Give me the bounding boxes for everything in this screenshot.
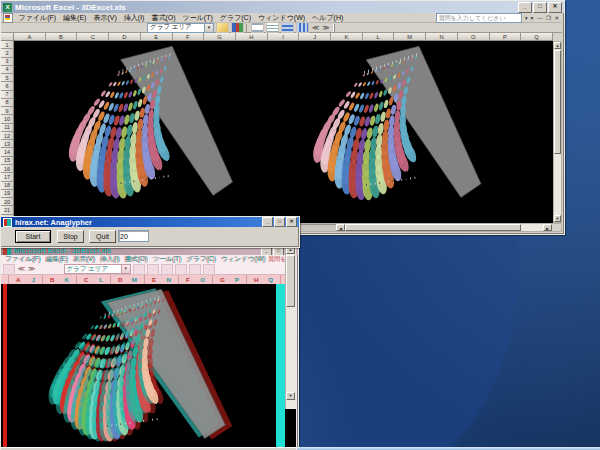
data-table-icon[interactable] xyxy=(266,22,279,33)
scroll-right-icon[interactable]: ▶ xyxy=(543,224,552,231)
chart-type-icon[interactable] xyxy=(231,22,244,33)
toolbar-options-icon[interactable] xyxy=(3,264,15,275)
menu-item[interactable]: ファイル(F) xyxy=(15,13,60,23)
column-header-O[interactable]: O xyxy=(458,33,490,41)
horizontal-scroll-track[interactable] xyxy=(521,224,543,231)
scroll-up-icon[interactable]: ▲ xyxy=(554,42,561,49)
menu-item[interactable]: 挿入(I) xyxy=(98,255,123,264)
column-header-P[interactable]: P xyxy=(490,33,522,41)
chart-type-icon[interactable] xyxy=(147,264,159,275)
row-header-4[interactable]: 4 xyxy=(1,66,14,74)
row-header-7[interactable]: 7 xyxy=(1,91,14,99)
combo-dropdown-icon[interactable]: ▼ xyxy=(121,265,130,273)
row-header-11[interactable]: 11 xyxy=(1,124,14,132)
column-header-L[interactable]: L xyxy=(363,33,395,41)
angle-down-text-icon[interactable]: ≪ xyxy=(312,24,319,32)
maximize-button[interactable]: □ xyxy=(274,217,285,227)
column-header-H[interactable]: H xyxy=(236,33,268,41)
excel-main-titlebar[interactable]: X Microsoft Excel - 3DExcel.xls _ □ ✕ xyxy=(1,1,564,13)
start-button[interactable]: Start xyxy=(15,230,51,243)
row-header-6[interactable]: 6 xyxy=(1,82,14,90)
angle-up-text-icon[interactable]: ≫ xyxy=(322,24,329,32)
combo-dropdown-icon[interactable]: ▼ xyxy=(204,24,213,32)
scroll-down-icon[interactable]: ▼ xyxy=(286,392,295,400)
column-header-B[interactable]: B xyxy=(46,33,78,41)
scroll-down-icon[interactable]: ▼ xyxy=(554,215,561,222)
by-row-icon[interactable] xyxy=(281,22,294,33)
row-header-2[interactable]: 2 xyxy=(1,49,14,57)
question-box[interactable]: 質問を入力してください xyxy=(436,13,522,23)
scroll-left-icon[interactable]: ◀ xyxy=(336,224,345,231)
column-header-C[interactable]: C xyxy=(77,33,109,41)
menu-item[interactable]: ウィンドウ(W) xyxy=(219,255,269,264)
column-header-F[interactable]: F xyxy=(173,33,205,41)
chart-objects-combo[interactable]: グラフ エリア ▼ xyxy=(64,264,131,274)
chart-objects-combo[interactable]: グラフ エリア ▼ xyxy=(147,23,214,33)
row-header-16[interactable]: 16 xyxy=(1,165,14,173)
column-header-Q[interactable]: Q xyxy=(521,33,553,41)
by-column-icon[interactable] xyxy=(296,22,309,33)
anaglypher-titlebar[interactable]: hirax.net: Anaglypher _ □ ✕ xyxy=(1,217,299,227)
sheet-grid[interactable] xyxy=(14,41,553,223)
minimize-button[interactable]: _ xyxy=(518,2,532,13)
row-header-15[interactable]: 15 xyxy=(1,157,14,165)
row-header-1[interactable]: 1 xyxy=(1,41,14,49)
row-header-9[interactable]: 9 xyxy=(1,107,14,115)
row-header-17[interactable]: 17 xyxy=(1,173,14,181)
question-dropdown-icon[interactable]: ▼ xyxy=(524,15,529,21)
angle-up-text-icon[interactable]: ≫ xyxy=(28,265,35,273)
select-all-corner[interactable] xyxy=(1,275,9,284)
menu-item[interactable]: 書式(O) xyxy=(148,13,179,23)
horizontal-scroll-thumb[interactable] xyxy=(345,224,521,231)
row-header-19[interactable]: 19 xyxy=(1,190,14,198)
column-header-pair[interactable]: CL xyxy=(77,275,111,284)
row-header-14[interactable]: 14 xyxy=(1,148,14,156)
row-header-10[interactable]: 10 xyxy=(1,115,14,123)
close-button[interactable]: ✕ xyxy=(548,2,562,13)
menu-item[interactable]: 挿入(I) xyxy=(120,13,148,23)
menu-item[interactable]: ヘルプ(H) xyxy=(309,13,347,23)
legend-icon[interactable] xyxy=(161,264,173,275)
workbook-window-buttons[interactable]: ▾ — ❐ ✕ xyxy=(531,15,560,21)
column-header-pair[interactable]: GP xyxy=(213,275,247,284)
vertical-scroll-thumb[interactable] xyxy=(554,50,561,154)
row-header-8[interactable]: 8 xyxy=(1,99,14,107)
stereo-chart-right[interactable] xyxy=(306,43,506,203)
toolbar-grip[interactable] xyxy=(333,24,336,32)
column-header-pair[interactable]: DM xyxy=(111,275,145,284)
column-header-J[interactable]: J xyxy=(299,33,331,41)
frames-input[interactable] xyxy=(118,230,149,242)
format-selection-icon[interactable] xyxy=(133,264,145,275)
maximize-button[interactable]: □ xyxy=(533,2,547,13)
column-header-G[interactable]: G xyxy=(204,33,236,41)
by-row-icon[interactable] xyxy=(189,264,201,275)
menu-item[interactable]: 表示(V) xyxy=(71,255,98,264)
sheet-grid[interactable] xyxy=(1,284,296,447)
menu-item[interactable]: 編集(E) xyxy=(44,255,71,264)
stop-button[interactable]: Stop xyxy=(57,230,84,243)
menu-item[interactable]: ウィンドウ(W) xyxy=(255,13,309,23)
column-header-pair[interactable]: FO xyxy=(179,275,213,284)
row-header-5[interactable]: 5 xyxy=(1,74,14,82)
vertical-scrollbar[interactable]: ▲ ▼ xyxy=(285,246,296,409)
menu-item[interactable]: 編集(E) xyxy=(60,13,90,23)
select-all-corner[interactable] xyxy=(1,33,14,41)
column-header-pair[interactable]: BK xyxy=(43,275,77,284)
row-header-20[interactable]: 20 xyxy=(1,198,14,206)
column-header-pair[interactable]: AJ xyxy=(9,275,43,284)
row-header-3[interactable]: 3 xyxy=(1,58,14,66)
vertical-scroll-thumb[interactable] xyxy=(286,255,295,307)
column-header-E[interactable]: E xyxy=(141,33,173,41)
column-header-A[interactable]: A xyxy=(14,33,46,41)
row-header-12[interactable]: 12 xyxy=(1,132,14,140)
column-header-pair[interactable]: EN xyxy=(145,275,179,284)
legend-icon[interactable] xyxy=(251,22,264,33)
menu-item[interactable]: ツール(T) xyxy=(179,13,216,23)
stereo-chart-left[interactable] xyxy=(62,43,257,201)
minimize-button[interactable]: _ xyxy=(262,217,273,227)
menu-item[interactable]: 表示(V) xyxy=(90,13,120,23)
data-table-icon[interactable] xyxy=(175,264,187,275)
row-header-13[interactable]: 13 xyxy=(1,140,14,148)
question-box[interactable]: 質問を入力してください xyxy=(268,255,284,264)
column-header-M[interactable]: M xyxy=(394,33,426,41)
